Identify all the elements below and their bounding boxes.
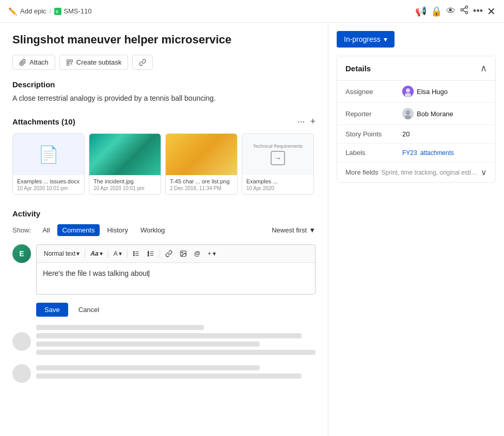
attachment-info-ocean: The incident.jpg 10 Apr 2020 10:01 pm [89,175,161,194]
svg-rect-8 [70,59,72,61]
more-icon[interactable]: ••• [473,6,483,17]
svg-point-13 [133,252,134,253]
more-fields-row[interactable]: More fields Sprint, time tracking, origi… [337,162,495,182]
lock-icon[interactable]: 🔒 [431,6,442,17]
status-chevron-icon: ▾ [384,35,387,43]
filter-comments[interactable]: Comments [57,224,100,236]
megaphone-icon[interactable]: 📢 [415,6,427,17]
attachments-more-button[interactable]: ··· [297,116,305,127]
svg-point-26 [405,93,411,97]
numbered-list-button[interactable]: 123 [144,248,158,259]
reporter-row: Reporter Bob Morane [337,103,495,125]
filter-worklog[interactable]: Worklog [135,224,170,236]
assignee-value: Elsa Hugo [402,86,448,97]
attachment-thumb-yellow [166,134,237,175]
bullet-list-button[interactable] [130,248,143,259]
filter-all[interactable]: All [37,224,55,236]
ticket-id[interactable]: S SMS-110 [54,7,91,15]
toolbar-separator-3 [127,250,128,258]
attachment-card-ocean[interactable]: The incident.jpg 10 Apr 2020 10:01 pm [89,133,161,195]
attach-label: Attach [29,58,49,66]
story-points-row: Story Points 20 [337,125,495,144]
details-collapse-button[interactable]: ∧ [480,63,487,74]
text-color-button[interactable]: A ▾ [111,248,125,259]
more-fields-preview: Sprint, time tracking, original estimate… [382,169,481,176]
assignee-label: Assignee [345,88,402,96]
attachment-card-doc-arrow[interactable]: Technical Requirements → Examples ... 10… [242,133,314,195]
attachment-card-yellow[interactable]: T-45 char ... ore list.png 2 Dec 2018, 1… [165,133,238,195]
label-fy23[interactable]: FY23 [402,149,417,157]
sort-down-icon: ▼ [309,226,316,234]
svg-point-14 [133,253,134,254]
loading-line [36,350,316,355]
loading-row-2 [12,364,316,383]
text-cursor [149,270,149,277]
attachments-header: Attachments (10) ··· + [12,116,316,127]
attachments-actions: ··· + [297,116,316,127]
filter-history[interactable]: History [102,224,133,236]
story-points-value: 20 [402,130,410,138]
share-icon[interactable] [460,5,469,17]
cancel-button[interactable]: Cancel [72,303,105,317]
save-button[interactable]: Save [36,303,68,317]
topbar: ✏️ Add epic / S SMS-110 📢 🔒 👁 ••• ✕ [0,0,504,23]
description-label: Description [12,80,316,89]
attachment-thumb-doc: 📄 [13,134,84,175]
font-button[interactable]: Aa ▾ [87,248,105,259]
create-subtask-button[interactable]: Create subtask [59,55,128,70]
link-insert-button[interactable] [162,248,176,259]
status-label: In-progress [344,35,381,43]
ticket-icon: S [54,8,61,15]
left-panel: Slingshot maneuver helper microservice A… [0,23,328,436]
labels-row: Labels FY23 attachments [337,144,495,162]
loading-avatar-1 [12,332,31,351]
reporter-value: Bob Morane [402,108,453,119]
attachment-card[interactable]: 📄 Examples ... issues.docx 10 Apr 2020 1… [12,133,85,195]
image-icon [180,250,187,257]
activity-section: Activity Show: All Comments History Work… [12,209,316,383]
text-style-button[interactable]: Normal text ▾ [41,248,83,259]
svg-point-15 [133,255,134,256]
svg-text:3: 3 [148,255,149,257]
add-epic-link[interactable]: Add epic [20,7,46,15]
loading-lines-2 [36,365,316,382]
attachment-date-ocean: 10 Apr 2020 10:01 pm [93,185,156,191]
attach-button[interactable]: Attach [12,55,55,70]
assignee-avatar [402,86,414,97]
svg-point-25 [406,88,410,92]
label-attachments[interactable]: attachments [420,149,454,157]
activity-title: Activity [12,209,316,218]
reporter-avatar [402,108,414,119]
attachment-info: Examples ... issues.docx 10 Apr 2020 10:… [13,175,84,194]
loading-rows [12,325,316,383]
mention-button[interactable]: @ [191,248,203,259]
ocean-image [89,134,161,175]
doc-arrow-image: Technical Requirements → [242,134,313,175]
close-icon[interactable]: ✕ [487,5,496,18]
labels-value: FY23 attachments [402,149,454,157]
bullet-list-icon [133,250,140,257]
link-icon [165,250,172,257]
editor-content[interactable]: Here's the file I was talking about [37,263,315,294]
image-insert-button[interactable] [177,248,190,259]
details-section: Details ∧ Assignee Elsa Hugo Reporter [337,56,496,183]
attachment-thumb-ocean [89,134,161,175]
loading-line [36,341,260,347]
link-button[interactable] [132,55,153,70]
newest-first-button[interactable]: Newest first ▼ [272,226,316,234]
action-buttons: Attach Create subtask [12,55,316,70]
doc-file-icon: 📄 [38,145,59,164]
svg-line-6 [463,8,466,9]
text-color-chevron-icon: ▾ [119,250,122,257]
svg-point-3 [461,9,463,11]
status-button[interactable]: In-progress ▾ [337,31,395,48]
loading-line [36,365,260,370]
eye-icon[interactable]: 👁 [446,6,455,17]
breadcrumb-separator: / [50,7,52,15]
more-toolbar-button[interactable]: + ▾ [204,248,219,259]
newest-label: Newest first [272,226,307,234]
topbar-actions: 📢 🔒 👁 ••• ✕ [415,5,496,18]
details-title: Details [345,64,480,73]
attachments-add-button[interactable]: + [310,116,316,127]
attachment-info-doc-arrow: Examples ... 10 Apr 2020 [242,175,313,194]
